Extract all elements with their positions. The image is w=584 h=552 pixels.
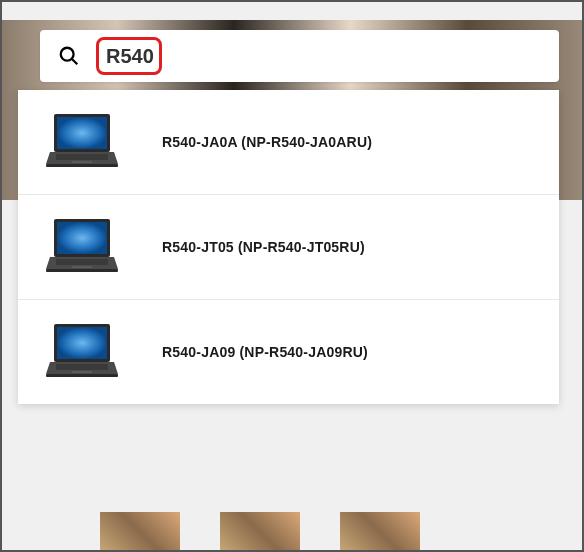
- search-bar[interactable]: [40, 30, 559, 82]
- svg-rect-14: [46, 374, 118, 377]
- search-result-item[interactable]: R540-JA09 (NP-R540-JA09RU): [18, 300, 559, 404]
- svg-rect-13: [57, 327, 107, 359]
- search-input[interactable]: [98, 41, 168, 72]
- search-results-dropdown: R540-JA0A (NP-R540-JA0ARU): [18, 90, 559, 404]
- result-label: R540-JA09 (NP-R540-JA09RU): [162, 344, 368, 360]
- svg-rect-8: [57, 222, 107, 254]
- search-result-item[interactable]: R540-JA0A (NP-R540-JA0ARU): [18, 90, 559, 195]
- laptop-icon: [42, 215, 162, 279]
- laptop-icon: [42, 110, 162, 174]
- result-label: R540-JA0A (NP-R540-JA0ARU): [162, 134, 372, 150]
- laptop-icon: [42, 320, 162, 384]
- svg-line-1: [72, 59, 77, 64]
- svg-rect-9: [46, 269, 118, 272]
- search-icon: [58, 45, 80, 67]
- background-thumbs: [0, 512, 584, 552]
- result-label: R540-JT05 (NP-R540-JT05RU): [162, 239, 365, 255]
- svg-rect-15: [56, 364, 108, 370]
- svg-rect-5: [56, 154, 108, 160]
- svg-rect-3: [57, 117, 107, 149]
- svg-rect-16: [72, 371, 92, 373]
- svg-point-0: [61, 48, 74, 61]
- svg-rect-4: [46, 164, 118, 167]
- svg-rect-10: [56, 259, 108, 265]
- svg-rect-11: [72, 266, 92, 268]
- search-result-item[interactable]: R540-JT05 (NP-R540-JT05RU): [18, 195, 559, 300]
- svg-rect-6: [72, 161, 92, 163]
